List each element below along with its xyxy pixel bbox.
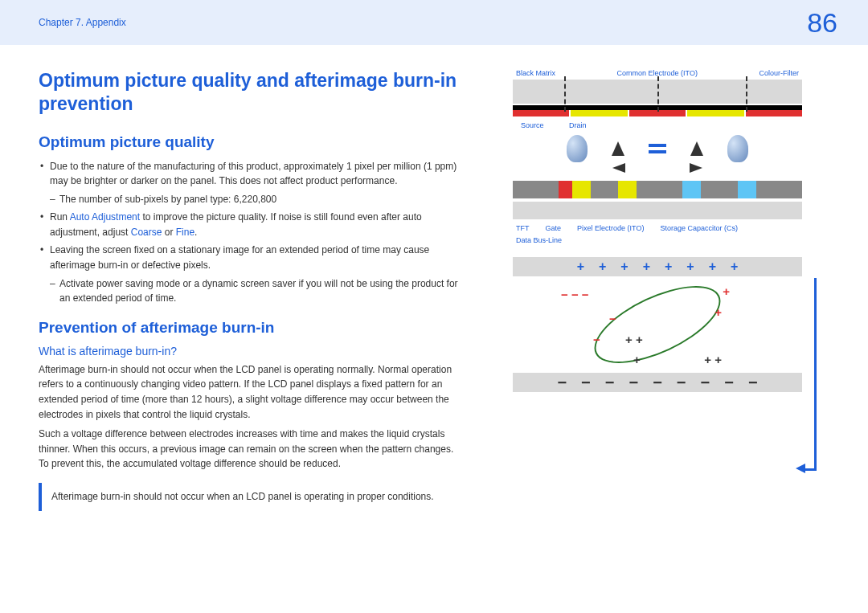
minus-icon: − (581, 374, 591, 392)
label-pixel-electrode: Pixel Electrode (ITO) (577, 224, 644, 234)
connector-arrow (802, 278, 817, 471)
note-text: Afterimage burn-in should not occur when… (51, 491, 434, 502)
plus-icon: + (709, 260, 716, 274)
note-box: Afterimage burn-in should not occur when… (39, 483, 465, 511)
section-heading-optimum: Optimum picture quality (39, 133, 465, 151)
page-title: Optimum picture quality and afterimage b… (39, 69, 465, 116)
bullet-auto-adjust: Run Auto Adjustment to improve the pictu… (39, 210, 465, 239)
arrow-up-icon (612, 141, 624, 156)
minus-icon: − (701, 374, 710, 392)
page-number: 86 (807, 7, 837, 39)
plus-icon: + (599, 260, 606, 274)
plus-icon: + + (625, 333, 643, 346)
label-tft: TFT (516, 224, 530, 234)
layer-stack: Source Drain (513, 80, 802, 219)
lcd-diagram: Black Matrix Common Electrode (ITO) Colo… (513, 69, 802, 392)
para-burnin-1: Afterimage burn-in should not occur when… (39, 362, 465, 422)
section-heading-prevention: Prevention of afterimage burn-in (39, 319, 465, 337)
left-column: Optimum picture quality and afterimage b… (39, 69, 465, 511)
sub-heading-what-is: What is afterimage burn-in? (39, 345, 465, 358)
arrow-up-icon (690, 141, 703, 156)
minus-icon: − (724, 374, 734, 392)
optimum-list2: Run Auto Adjustment to improve the pictu… (39, 210, 465, 272)
label-data-bus: Data Bus-Line (516, 236, 799, 246)
lead-line (657, 76, 659, 112)
minus-icon: − (557, 374, 567, 392)
minus-icon: − (609, 312, 616, 325)
minus-icon: − (748, 374, 758, 392)
plus-icon: + (714, 305, 722, 319)
plus-icon: + (643, 260, 650, 274)
fine-link[interactable]: Fine (176, 227, 194, 238)
plus-icon: + (620, 260, 628, 274)
minus-electrode-bar: −−−−−−−−− (513, 373, 802, 392)
minus-icon: − (605, 374, 615, 392)
label-colour-filter: Colour-Filter (759, 69, 799, 78)
label-drain: Drain (569, 121, 587, 129)
subpixel-list: The number of sub-pixels by panel type: … (39, 192, 465, 207)
bottom-grey-layer (513, 202, 802, 219)
optimum-list: Due to the nature of the manufacturing o… (39, 159, 465, 189)
coarse-link[interactable]: Coarse (131, 227, 162, 238)
label-storage-cap: Storage Capaccitor (Cs) (660, 224, 738, 234)
middle-zone: Source Drain (513, 116, 802, 181)
liquid-crystal-zone: − − − + − + − + + + + + (513, 276, 802, 373)
page-content: Optimum picture quality and afterimage b… (0, 45, 868, 511)
dash-subpixels: The number of sub-pixels by panel type: … (39, 192, 465, 207)
lead-line (564, 76, 566, 112)
minus-icon: − (677, 374, 686, 392)
powersave-list: Activate power saving mode or a dynamic … (39, 276, 465, 306)
minus-icon: − (593, 333, 600, 346)
top-grey-layer (513, 80, 802, 104)
chapter-label: Chapter 7. Appendix (39, 17, 126, 28)
plus-icon: + (633, 353, 641, 366)
auto-adjustment-link[interactable]: Auto Adjustment (70, 211, 140, 223)
bullet-stationary: Leaving the screen fixed on a stationary… (39, 243, 465, 272)
page-header: Chapter 7. Appendix 86 (0, 0, 868, 45)
minus-icon: − − − (561, 288, 589, 301)
label-gate: Gate (546, 224, 562, 234)
tft-layer (513, 181, 802, 198)
ghost-icon (567, 135, 588, 162)
arrow-right-icon (690, 163, 702, 173)
diagram-bottom-labels: TFT Gate Pixel Electrode (ITO) Storage C… (513, 224, 802, 246)
right-column: Black Matrix Common Electrode (ITO) Colo… (497, 69, 818, 511)
lead-line (746, 76, 747, 112)
label-black-matrix: Black Matrix (516, 69, 555, 78)
plus-icon: + (731, 260, 738, 274)
plus-electrode-bar: ++++++++ (513, 257, 802, 276)
plus-icon: + + (704, 353, 722, 366)
ghost-icon (727, 135, 748, 162)
para-burnin-2: Such a voltage difference between electr… (39, 427, 465, 472)
minus-icon: − (653, 374, 662, 392)
arrow-left-icon (612, 163, 625, 173)
plus-icon: + (665, 260, 672, 274)
dash-powersave: Activate power saving mode or a dynamic … (39, 276, 465, 306)
plus-icon: + (723, 284, 730, 298)
minus-icon: − (628, 374, 638, 392)
plus-icon: + (577, 260, 584, 274)
label-source: Source (521, 121, 544, 129)
bullet-pixel-ppm: Due to the nature of the manufacturing o… (39, 159, 465, 189)
plus-icon: + (686, 260, 694, 274)
